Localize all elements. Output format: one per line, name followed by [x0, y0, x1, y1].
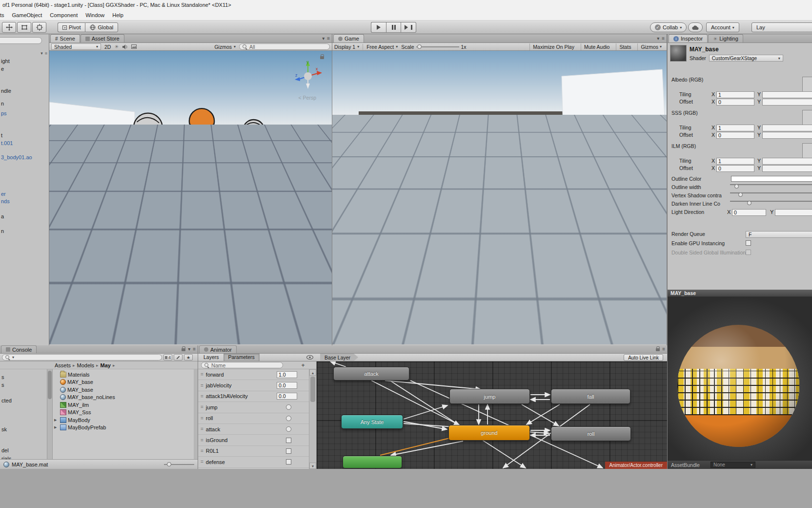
aspect-dropdown[interactable]: Free Aspect▾ [363, 44, 398, 50]
hierarchy-item[interactable]: ndle [1, 88, 11, 94]
value-field[interactable]: 0 [732, 209, 766, 216]
menu-icon[interactable]: ≡ [327, 36, 330, 41]
maximize-on-play-button[interactable]: Maximize On Play [529, 43, 577, 50]
parameter-value-field[interactable]: 0.0 [277, 393, 297, 400]
chevron-down-icon[interactable]: ▾ [188, 346, 190, 352]
value-field[interactable]: 1 [716, 125, 754, 131]
global-button[interactable]: Global [85, 22, 118, 32]
color-field[interactable] [731, 176, 812, 182]
menu-item[interactable]: Component [46, 12, 81, 18]
hierarchy-item[interactable]: n [1, 101, 4, 106]
parameters-scrollbar[interactable]: ▲ ▼ [309, 369, 316, 469]
project-folder-item[interactable]: del [1, 447, 9, 453]
lock-icon[interactable] [320, 56, 324, 59]
auto-live-link-button[interactable]: Auto Live Link [624, 354, 663, 361]
effects-dropdown-icon[interactable] [131, 44, 138, 49]
hierarchy-item[interactable]: 3_body01.ao [1, 154, 32, 160]
display-dropdown[interactable]: Display 1▾ [334, 44, 359, 50]
chevron-down-icon[interactable]: ▾ [657, 36, 659, 41]
hierarchy-item[interactable]: t [1, 132, 2, 138]
scroll-down-icon[interactable]: ▼ [309, 463, 316, 469]
cloud-services-button[interactable] [688, 22, 703, 32]
mute-audio-button[interactable]: Mute Audio [581, 43, 613, 50]
project-asset-row[interactable]: ▶Materials [53, 371, 194, 379]
preview-viewport[interactable] [668, 297, 812, 460]
slider-knob[interactable] [747, 201, 751, 205]
slider-track[interactable] [730, 184, 812, 185]
expand-arrow-icon[interactable]: ▶ [54, 418, 59, 422]
project-asset-row[interactable]: ▶MayBodyPrefab [53, 424, 194, 432]
animator-state-jump[interactable]: jump [449, 389, 530, 404]
2d-toggle[interactable]: 2D [104, 44, 111, 50]
scene-gizmos-dropdown[interactable]: Gizmos▾ [214, 44, 236, 50]
tab-scene[interactable]: # Scene [50, 34, 80, 42]
chevron-down-icon[interactable]: ▾ [322, 36, 325, 41]
hierarchy-item[interactable]: a [1, 213, 4, 219]
animator-state-entry[interactable] [343, 456, 402, 468]
hierarchy-item[interactable]: n [1, 228, 4, 234]
hierarchy-item[interactable]: e [1, 66, 4, 72]
eye-icon[interactable] [306, 355, 313, 360]
favorite-button[interactable]: ★ [184, 354, 193, 360]
value-field[interactable] [762, 99, 812, 106]
breadcrumb-models[interactable]: Models [77, 362, 94, 368]
animator-parameter-row[interactable]: =jabVelocity0.0 [198, 380, 309, 391]
filter-count-button[interactable]: 4 [163, 354, 172, 360]
parameter-value-field[interactable]: 0.0 [277, 382, 297, 389]
hierarchy-item[interactable]: er [1, 191, 6, 197]
tab-animator[interactable]: Animator [199, 345, 237, 353]
scene-viewport[interactable]: y x z < Persp [49, 51, 332, 344]
animator-parameter-row[interactable]: =attack1hAVelocity0.0 [198, 391, 309, 402]
project-asset-row[interactable]: ▶MAY_base [53, 386, 194, 394]
rect-tool-button[interactable] [17, 22, 31, 33]
animator-parameter-row[interactable]: =R0L1 [198, 446, 309, 457]
parameter-trigger-radio[interactable] [286, 416, 291, 421]
project-folder-item[interactable]: cted [1, 398, 12, 403]
project-asset-row[interactable]: ▶MayBody [53, 416, 194, 424]
account-button[interactable]: Account ▾ [706, 22, 739, 32]
audio-toggle-icon[interactable] [122, 44, 128, 49]
expand-arrow-icon[interactable]: ▶ [54, 425, 59, 429]
value-field[interactable]: 0 [716, 99, 754, 106]
transform-tool-button[interactable] [32, 22, 46, 33]
parameter-trigger-radio[interactable] [286, 426, 291, 432]
brush-button[interactable] [174, 354, 183, 360]
hierarchy-item[interactable]: ight [1, 58, 10, 64]
menu-icon[interactable]: ≡ [662, 346, 665, 352]
menu-item[interactable]: Help [108, 12, 127, 18]
layers-tab[interactable]: Layers [199, 354, 224, 361]
menu-icon[interactable]: ≡ [193, 346, 196, 352]
animator-state-roll[interactable]: roll [551, 426, 631, 441]
animator-parameter-row[interactable]: =isGround [198, 435, 309, 445]
project-folder-item[interactable]: s [1, 374, 4, 380]
parameter-bool-checkbox[interactable] [286, 459, 291, 465]
stats-button[interactable]: Stats [616, 43, 634, 50]
project-asset-row[interactable]: ▶MAY_Sss [53, 409, 194, 417]
value-field[interactable]: 0 [716, 132, 754, 139]
game-viewport[interactable] [332, 51, 667, 344]
lock-icon[interactable] [182, 348, 185, 351]
persp-label[interactable]: < Persp [299, 95, 317, 101]
project-folder-item[interactable]: rials [1, 456, 11, 459]
lighting-toggle-icon[interactable]: ☀ [114, 44, 119, 49]
slider-knob[interactable] [738, 192, 743, 197]
animator-graph[interactable]: attackjumpfallAny Stategroundroll Animat… [317, 361, 667, 469]
project-folder-item[interactable]: sk [1, 426, 7, 432]
menu-item[interactable]: GameObject [8, 12, 46, 18]
scene-search-input[interactable]: All [239, 43, 330, 50]
animator-state-ground[interactable]: ground [448, 425, 530, 441]
add-parameter-button[interactable]: + [300, 362, 306, 369]
value-field[interactable]: 1 [716, 91, 754, 98]
value-field[interactable] [762, 165, 812, 172]
value-field[interactable] [762, 158, 812, 165]
gpu-instancing-checkbox[interactable] [746, 240, 751, 246]
tab-lighting[interactable]: ☀ Lighting [708, 34, 743, 42]
slider-track[interactable] [730, 201, 812, 202]
parameters-tab[interactable]: Parameters [224, 354, 260, 361]
assetbundle-dropdown[interactable]: None▾ [710, 462, 755, 468]
animator-parameter-row[interactable]: =attack [198, 424, 309, 435]
breadcrumb-may[interactable]: May [101, 362, 111, 368]
hierarchy-search-input[interactable] [0, 37, 42, 44]
tab-inspector[interactable]: i Inspector [669, 34, 708, 42]
render-queue-dropdown[interactable]: F [746, 231, 812, 238]
